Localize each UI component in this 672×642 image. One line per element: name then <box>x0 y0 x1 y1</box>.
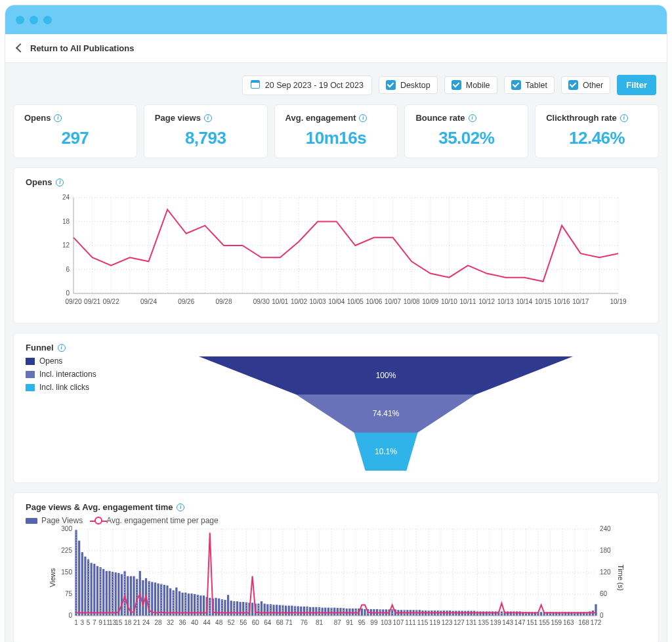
svg-rect-89 <box>91 563 93 616</box>
legend-label: Page Views <box>41 516 83 525</box>
svg-text:139: 139 <box>490 619 501 626</box>
svg-rect-219 <box>486 611 488 616</box>
info-icon[interactable] <box>359 114 367 122</box>
svg-text:240: 240 <box>600 525 611 532</box>
opens-chart-panel: Opens 0612182409/2009/2109/2209/2409/260… <box>13 167 659 324</box>
svg-rect-109 <box>151 582 153 616</box>
svg-text:09/21: 09/21 <box>84 298 100 305</box>
svg-rect-154 <box>288 606 290 616</box>
svg-text:0: 0 <box>66 289 70 297</box>
svg-rect-117 <box>175 588 177 616</box>
svg-text:119: 119 <box>429 619 440 626</box>
svg-rect-148 <box>270 604 272 616</box>
svg-text:60: 60 <box>600 590 608 597</box>
svg-text:09/28: 09/28 <box>215 298 232 305</box>
window-dot <box>43 16 52 24</box>
kpi-clickthrough-rate: Clickthrough rate 12.46% <box>535 104 659 158</box>
svg-text:18: 18 <box>62 218 70 225</box>
calendar-icon <box>251 80 260 91</box>
kpi-label: Bounce rate <box>415 113 465 123</box>
svg-text:99: 99 <box>370 619 378 626</box>
checkbox-desktop[interactable]: Desktop <box>379 76 438 94</box>
date-range-value: 20 Sep 2023 - 19 Oct 2023 <box>265 81 364 90</box>
window-dot <box>16 16 24 24</box>
svg-text:15: 15 <box>115 619 123 626</box>
info-icon[interactable] <box>56 179 64 186</box>
svg-text:180: 180 <box>600 547 611 554</box>
svg-text:225: 225 <box>61 547 72 554</box>
info-icon[interactable] <box>620 114 628 122</box>
svg-rect-173 <box>346 609 348 616</box>
kpi-label: Clickthrough rate <box>546 113 617 123</box>
funnel-value: 74.41% <box>373 409 400 418</box>
svg-text:09/20: 09/20 <box>65 298 81 305</box>
info-icon[interactable] <box>204 114 212 122</box>
svg-rect-85 <box>78 541 80 616</box>
svg-text:1: 1 <box>74 619 78 626</box>
svg-text:95: 95 <box>358 619 366 626</box>
svg-text:135: 135 <box>478 619 489 626</box>
svg-text:Time (s): Time (s) <box>617 565 625 591</box>
svg-rect-142 <box>251 603 253 616</box>
browser-frame: Return to All Publications 20 Sep 2023 -… <box>5 5 667 642</box>
info-icon[interactable] <box>469 114 476 122</box>
svg-text:10/01: 10/01 <box>272 298 288 305</box>
svg-rect-100 <box>123 571 125 616</box>
kpi-bounce-rate: Bounce rate 35.02% <box>404 104 528 158</box>
funnel-segment-interactions: 74.41% <box>199 395 573 433</box>
kpi-value: 8,793 <box>155 128 257 148</box>
svg-text:10/15: 10/15 <box>535 298 551 305</box>
svg-rect-174 <box>348 609 350 616</box>
svg-text:10/04: 10/04 <box>328 298 345 305</box>
svg-text:5: 5 <box>87 619 91 626</box>
info-icon[interactable] <box>177 503 184 511</box>
svg-text:24: 24 <box>142 619 150 626</box>
svg-text:159: 159 <box>551 619 562 626</box>
svg-text:9: 9 <box>98 619 102 626</box>
svg-text:76: 76 <box>301 619 308 626</box>
svg-text:10/03: 10/03 <box>310 298 326 305</box>
date-range-picker[interactable]: 20 Sep 2023 - 19 Oct 2023 <box>242 75 372 95</box>
svg-rect-172 <box>343 608 345 616</box>
legend-swatch <box>26 384 35 391</box>
legend-swatch <box>26 518 37 524</box>
svg-rect-255 <box>595 604 597 616</box>
checkbox-other[interactable]: Other <box>561 76 610 94</box>
svg-text:0: 0 <box>68 612 72 619</box>
kpi-label: Avg. engagement <box>285 113 356 123</box>
checkbox-mobile[interactable]: Mobile <box>444 76 497 94</box>
panel-title: Page views & Avg. engagement time <box>26 502 173 512</box>
svg-rect-115 <box>169 588 171 616</box>
svg-rect-253 <box>589 611 591 616</box>
svg-text:147: 147 <box>514 619 526 626</box>
controls-row: 20 Sep 2023 - 19 Oct 2023 Desktop Mobile… <box>13 71 659 104</box>
info-icon[interactable] <box>54 114 62 122</box>
kpi-avg-engagement: Avg. engagement 10m16s <box>274 104 398 158</box>
svg-text:52: 52 <box>228 619 236 626</box>
svg-rect-106 <box>142 580 144 616</box>
filter-button[interactable]: Filter <box>617 75 656 95</box>
browser-titlebar <box>5 5 667 34</box>
svg-rect-222 <box>495 611 497 616</box>
svg-text:48: 48 <box>215 619 223 626</box>
svg-rect-226 <box>507 611 509 616</box>
svg-text:10/08: 10/08 <box>404 298 420 305</box>
checkbox-tablet[interactable]: Tablet <box>504 76 555 94</box>
svg-text:103: 103 <box>381 619 392 626</box>
info-icon[interactable] <box>58 344 66 352</box>
chevron-left-icon[interactable] <box>17 43 24 53</box>
legend-label: Incl. interactions <box>39 370 96 379</box>
pageviews-legend: Page Views Avg. engagement time per page <box>26 516 646 525</box>
svg-text:81: 81 <box>316 619 324 626</box>
svg-text:10/06: 10/06 <box>366 298 382 305</box>
svg-rect-101 <box>127 576 129 616</box>
svg-rect-145 <box>261 601 262 616</box>
svg-rect-170 <box>337 608 339 616</box>
funnel-segment-opens: 100% <box>199 356 573 395</box>
svg-rect-139 <box>242 602 244 616</box>
svg-rect-90 <box>93 564 95 616</box>
svg-text:36: 36 <box>179 619 187 626</box>
svg-text:10/16: 10/16 <box>554 298 570 305</box>
checkbox-icon <box>452 80 461 90</box>
return-link[interactable]: Return to All Publications <box>30 43 134 53</box>
